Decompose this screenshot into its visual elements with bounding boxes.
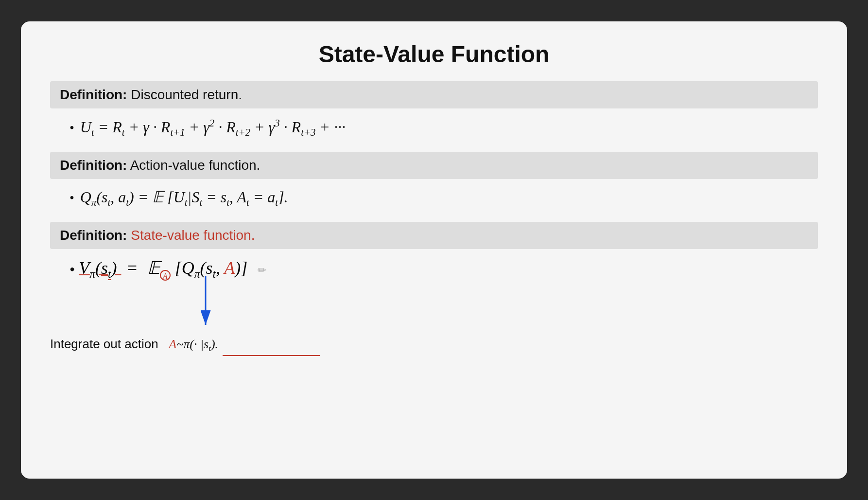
A-term: A bbox=[224, 258, 235, 278]
v-pi-term: Vπ(st) bbox=[79, 258, 121, 278]
bullet-3: • bbox=[69, 261, 75, 279]
integrate-formula: A~π(· |st). bbox=[169, 337, 218, 351]
formula-line-1: • Ut = Rt + γ · Rt+1 + γ2 · Rt+2 + γ3 · … bbox=[50, 108, 818, 143]
annotation-container: Integrate out action A~π(· |st). bbox=[50, 286, 818, 359]
bullet-1: • bbox=[69, 120, 74, 136]
def-header-1: Definition: Discounted return. bbox=[50, 81, 818, 108]
def-header-3: Definition: State-value function. bbox=[50, 222, 818, 249]
slide-title: State-Value Function bbox=[50, 41, 818, 68]
formula-math-1: Ut = Rt + γ · Rt+1 + γ2 · Rt+2 + γ3 · Rt… bbox=[80, 117, 346, 138]
formula-section-3: • Vπ(st) = 𝔼 A [Qπ(st, A)] ✏ bbox=[50, 249, 818, 281]
def-bold-1: Definition: bbox=[60, 87, 127, 102]
definition-block-1: Definition: Discounted return. • Ut = Rt… bbox=[50, 81, 818, 143]
def-header-2: Definition: Action-value function. bbox=[50, 152, 818, 179]
def-bold-2: Definition: bbox=[60, 158, 127, 173]
red-underline-annotation bbox=[223, 355, 320, 356]
circled-A: A bbox=[160, 270, 171, 281]
expectation-term: 𝔼 A bbox=[147, 258, 171, 281]
def-text-2: Action-value function. bbox=[130, 158, 260, 173]
equals-sign-3: = bbox=[126, 258, 142, 278]
def-text-1: Discounted return. bbox=[131, 87, 242, 102]
pencil-icon: ✏ bbox=[258, 264, 266, 276]
formula-math-2: Qπ(st, at) = 𝔼 [Ut|St = st, At = at]. bbox=[80, 188, 288, 208]
A-annotation: A bbox=[169, 337, 176, 351]
integrate-out-label: Integrate out action A~π(· |st). bbox=[50, 337, 218, 354]
definition-block-3: Definition: State-value function. • Vπ(s… bbox=[50, 222, 818, 358]
bullet-2: • bbox=[69, 190, 74, 206]
definition-block-2: Definition: Action-value function. • Qπ(… bbox=[50, 152, 818, 213]
def-text-red-3: State-value function. bbox=[131, 228, 255, 243]
annotation-arrow bbox=[191, 276, 249, 339]
def-bold-3: Definition: bbox=[60, 228, 127, 243]
q-bracket-term: [Qπ(st, A)] bbox=[175, 258, 248, 278]
formula-line-2: • Qπ(st, at) = 𝔼 [Ut|St = st, At = at]. bbox=[50, 179, 818, 213]
slide-container: State-Value Function Definition: Discoun… bbox=[21, 21, 847, 479]
